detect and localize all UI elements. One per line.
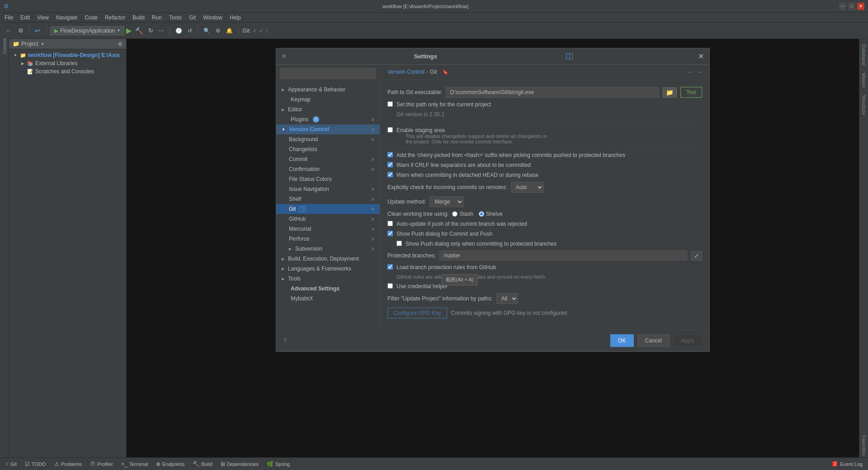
folder-browse-button[interactable]: 📁	[663, 87, 677, 98]
nav-item-background[interactable]: Background ≡	[276, 134, 380, 144]
maximize-button[interactable]: □	[848, 3, 855, 10]
nav-item-plugins[interactable]: Plugins ? ≡	[276, 114, 380, 124]
load-protection-checkbox[interactable]	[387, 264, 393, 270]
update-method-select[interactable]: Merge Rebase	[429, 196, 464, 207]
settings-forward-arrow[interactable]: →	[696, 68, 702, 76]
settings-toolbar-button[interactable]: ⚙	[214, 27, 222, 35]
toolbar-icon1[interactable]: ⚙	[16, 26, 25, 35]
shelve-radio[interactable]	[479, 211, 484, 217]
stash-radio[interactable]	[452, 211, 458, 217]
warn-crlf-checkbox[interactable]	[387, 162, 393, 167]
nav-item-commit[interactable]: Commit ≡	[276, 154, 380, 164]
nav-item-version-control[interactable]: ▼ Version Control ≡	[276, 124, 380, 134]
tree-item-libraries[interactable]: ▶ 📚 External Libraries	[9, 59, 126, 67]
cancel-button[interactable]: Cancel	[637, 334, 670, 347]
configure-gpg-button[interactable]: Configure GPG Key	[387, 308, 447, 318]
filter-select[interactable]: All	[496, 293, 518, 304]
warn-detached-checkbox[interactable]	[387, 172, 393, 177]
update-button[interactable]: ↻	[146, 26, 155, 35]
nav-item-confirmation[interactable]: Confirmation ≡	[276, 164, 380, 174]
toolbar-menu[interactable]: ⋯	[157, 27, 166, 35]
auto-update-checkbox[interactable]	[387, 221, 393, 226]
check-incoming-select[interactable]: Auto Always Never	[511, 182, 544, 193]
menu-navigate[interactable]: Navigate	[53, 14, 80, 22]
bookmark-icon[interactable]: 🔖	[442, 69, 448, 75]
help-button[interactable]: ?	[283, 337, 287, 344]
settings-back-arrow[interactable]: ←	[688, 68, 694, 76]
run-button[interactable]: ▶	[126, 26, 132, 35]
menu-refactor[interactable]: Refactor	[102, 14, 128, 22]
nav-item-changelists[interactable]: Changelists	[276, 144, 380, 154]
stash-radio-label[interactable]: Stash	[452, 211, 473, 217]
sidebar-commit-btn[interactable]: Commit	[1, 43, 8, 50]
menu-run[interactable]: Run	[149, 14, 165, 22]
tree-item-scratches[interactable]: 📝 Scratches and Consoles	[9, 67, 126, 76]
protected-branches-expand-btn[interactable]: ⤢	[691, 251, 702, 261]
tab-profiler[interactable]: ⏱ Profiler	[86, 459, 117, 470]
breadcrumb-vc[interactable]: Version Control	[387, 69, 425, 75]
tab-todo[interactable]: ☑ TODO	[21, 459, 50, 470]
nav-item-build[interactable]: ▶ Build, Execution, Deployment	[276, 254, 380, 264]
sidebar-database-btn[interactable]: Database	[860, 43, 868, 67]
tree-item-workflow[interactable]: ▼ 📁 workflow [Flowable-Design] E:\Asia	[9, 51, 126, 59]
settings-search-input[interactable]	[280, 68, 376, 79]
menu-view[interactable]: View	[34, 14, 52, 22]
rollback-button[interactable]: ↺	[186, 27, 194, 35]
sidebar-maven-btn[interactable]: Maven	[860, 71, 868, 90]
project-settings-icon[interactable]: ⚙	[118, 41, 123, 47]
show-push-checkbox[interactable]	[387, 231, 393, 236]
menu-tools[interactable]: Tools	[166, 14, 184, 22]
staging-checkbox[interactable]	[387, 127, 393, 133]
sidebar-structure-btn[interactable]: Structure	[860, 93, 868, 117]
build-button[interactable]: 🔨	[133, 26, 145, 35]
nav-item-subversion[interactable]: ▶ Subversion ≡	[276, 244, 380, 254]
search-everywhere-button[interactable]: 🔍	[202, 27, 212, 35]
cherry-pick-checkbox[interactable]	[387, 152, 393, 157]
ok-button[interactable]: OK	[610, 334, 633, 347]
nav-item-languages[interactable]: ▶ Languages & Frameworks	[276, 264, 380, 274]
apply-button[interactable]: Apply	[673, 334, 702, 347]
menu-git[interactable]: Git	[186, 14, 198, 22]
menu-code[interactable]: Code	[82, 14, 100, 22]
protected-branches-input[interactable]	[439, 251, 687, 261]
nav-item-mercurial[interactable]: Mercurial ≡	[276, 224, 380, 234]
nav-item-tools[interactable]: ▶ Tools	[276, 274, 380, 284]
tab-build[interactable]: 🔨 Build	[189, 459, 216, 470]
show-push-protected-checkbox[interactable]	[396, 241, 402, 246]
nav-item-appearance[interactable]: ▶ Appearance & Behavior	[276, 85, 380, 95]
run-config-dropdown[interactable]: ▶ FlowDesignApplication ▼	[50, 26, 124, 35]
nav-item-github[interactable]: GitHub ≡	[276, 214, 380, 224]
git-path-input[interactable]	[446, 87, 659, 98]
menu-build[interactable]: Build	[130, 14, 147, 22]
test-button[interactable]: Test	[680, 87, 702, 98]
credential-helper-checkbox[interactable]	[387, 283, 393, 289]
nav-item-file-status[interactable]: File Status Colors	[276, 174, 380, 184]
nav-item-mybatisx[interactable]: MybatisX	[276, 294, 380, 304]
tab-git[interactable]: ⑂ Git	[2, 459, 20, 470]
nav-item-editor[interactable]: ▶ Editor	[276, 104, 380, 114]
shelve-radio-label[interactable]: Shelve	[479, 211, 503, 217]
nav-item-shelf[interactable]: Shelf ≡	[276, 194, 380, 204]
clock-button[interactable]: 🕐	[174, 27, 184, 35]
toolbar-undo-btn[interactable]: ↩	[33, 26, 42, 36]
sidebar-favorites-btn[interactable]: Favorites	[860, 433, 868, 457]
menu-file[interactable]: File	[2, 14, 16, 22]
tab-endpoints[interactable]: ⊕ Endpoints	[152, 459, 188, 470]
menu-window[interactable]: Window	[200, 14, 225, 22]
tab-problems[interactable]: ⚠ Problems	[51, 459, 85, 470]
dialog-close-button[interactable]: ✕	[698, 52, 704, 61]
close-button[interactable]: ✕	[857, 3, 864, 10]
menu-help[interactable]: Help	[227, 14, 244, 22]
nav-item-perforce[interactable]: Perforce ≡	[276, 234, 380, 244]
toolbar-back-btn[interactable]: ←	[4, 26, 14, 36]
nav-item-advanced[interactable]: Advanced Settings	[276, 284, 380, 294]
nav-item-keymap[interactable]: Keymap	[276, 95, 380, 104]
tab-event-log[interactable]: 2 Event Log	[829, 459, 866, 470]
notifications-button[interactable]: 🔔	[224, 27, 235, 35]
tab-spring[interactable]: 🌿 Spring	[263, 459, 293, 470]
tab-dependencies[interactable]: ⊞ Dependencies	[217, 459, 262, 470]
set-path-checkbox[interactable]	[387, 101, 393, 107]
menu-edit[interactable]: Edit	[18, 14, 33, 22]
minimize-button[interactable]: ─	[839, 3, 846, 10]
nav-item-git[interactable]: Git 3 ≡	[276, 204, 380, 214]
